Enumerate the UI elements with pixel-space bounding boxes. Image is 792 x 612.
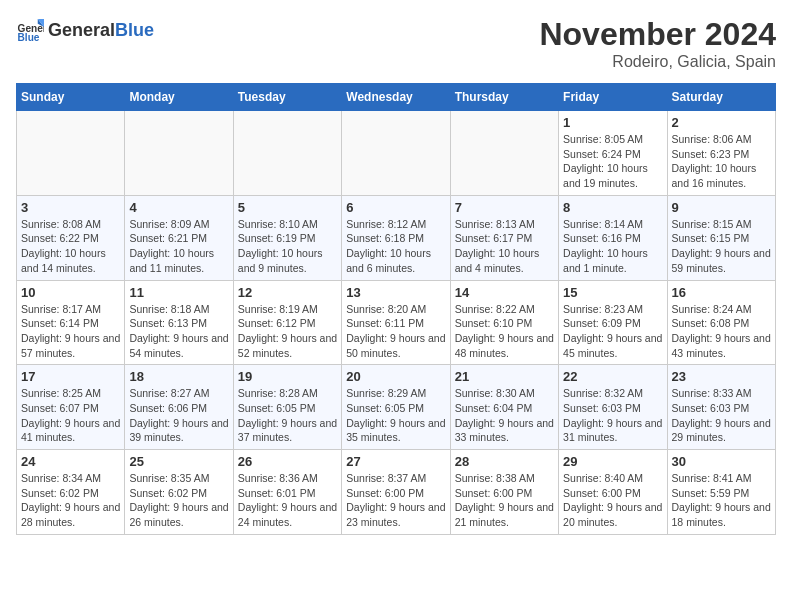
- day-number: 10: [21, 285, 120, 300]
- logo: General Blue GeneralBlue: [16, 16, 154, 44]
- day-info: Sunrise: 8:41 AMSunset: 5:59 PMDaylight:…: [672, 471, 771, 530]
- day-info: Sunrise: 8:25 AMSunset: 6:07 PMDaylight:…: [21, 386, 120, 445]
- calendar-cell: 2Sunrise: 8:06 AMSunset: 6:23 PMDaylight…: [667, 111, 775, 196]
- day-info: Sunrise: 8:24 AMSunset: 6:08 PMDaylight:…: [672, 302, 771, 361]
- day-info: Sunrise: 8:15 AMSunset: 6:15 PMDaylight:…: [672, 217, 771, 276]
- day-info: Sunrise: 8:17 AMSunset: 6:14 PMDaylight:…: [21, 302, 120, 361]
- day-number: 1: [563, 115, 662, 130]
- calendar-cell: [342, 111, 450, 196]
- day-info: Sunrise: 8:22 AMSunset: 6:10 PMDaylight:…: [455, 302, 554, 361]
- calendar-cell: 14Sunrise: 8:22 AMSunset: 6:10 PMDayligh…: [450, 280, 558, 365]
- day-number: 14: [455, 285, 554, 300]
- calendar-cell: 18Sunrise: 8:27 AMSunset: 6:06 PMDayligh…: [125, 365, 233, 450]
- calendar-cell: [17, 111, 125, 196]
- day-number: 25: [129, 454, 228, 469]
- calendar-cell: 7Sunrise: 8:13 AMSunset: 6:17 PMDaylight…: [450, 195, 558, 280]
- calendar-cell: 4Sunrise: 8:09 AMSunset: 6:21 PMDaylight…: [125, 195, 233, 280]
- calendar-cell: 6Sunrise: 8:12 AMSunset: 6:18 PMDaylight…: [342, 195, 450, 280]
- calendar-cell: 30Sunrise: 8:41 AMSunset: 5:59 PMDayligh…: [667, 450, 775, 535]
- weekday-header-saturday: Saturday: [667, 84, 775, 111]
- day-info: Sunrise: 8:05 AMSunset: 6:24 PMDaylight:…: [563, 132, 662, 191]
- day-info: Sunrise: 8:06 AMSunset: 6:23 PMDaylight:…: [672, 132, 771, 191]
- day-info: Sunrise: 8:36 AMSunset: 6:01 PMDaylight:…: [238, 471, 337, 530]
- calendar-cell: 3Sunrise: 8:08 AMSunset: 6:22 PMDaylight…: [17, 195, 125, 280]
- calendar-cell: 15Sunrise: 8:23 AMSunset: 6:09 PMDayligh…: [559, 280, 667, 365]
- day-number: 21: [455, 369, 554, 384]
- calendar-table: SundayMondayTuesdayWednesdayThursdayFrid…: [16, 83, 776, 535]
- calendar-cell: [233, 111, 341, 196]
- day-info: Sunrise: 8:28 AMSunset: 6:05 PMDaylight:…: [238, 386, 337, 445]
- day-info: Sunrise: 8:12 AMSunset: 6:18 PMDaylight:…: [346, 217, 445, 276]
- day-number: 4: [129, 200, 228, 215]
- calendar-cell: 8Sunrise: 8:14 AMSunset: 6:16 PMDaylight…: [559, 195, 667, 280]
- day-number: 3: [21, 200, 120, 215]
- day-info: Sunrise: 8:29 AMSunset: 6:05 PMDaylight:…: [346, 386, 445, 445]
- calendar-week-4: 17Sunrise: 8:25 AMSunset: 6:07 PMDayligh…: [17, 365, 776, 450]
- day-number: 26: [238, 454, 337, 469]
- weekday-header-friday: Friday: [559, 84, 667, 111]
- page-header: General Blue GeneralBlue November 2024 R…: [16, 16, 776, 71]
- weekday-header-tuesday: Tuesday: [233, 84, 341, 111]
- day-number: 24: [21, 454, 120, 469]
- day-info: Sunrise: 8:14 AMSunset: 6:16 PMDaylight:…: [563, 217, 662, 276]
- calendar-cell: 27Sunrise: 8:37 AMSunset: 6:00 PMDayligh…: [342, 450, 450, 535]
- calendar-cell: [450, 111, 558, 196]
- day-number: 29: [563, 454, 662, 469]
- logo-text-general: General: [48, 20, 115, 41]
- day-info: Sunrise: 8:08 AMSunset: 6:22 PMDaylight:…: [21, 217, 120, 276]
- day-number: 28: [455, 454, 554, 469]
- calendar-cell: [125, 111, 233, 196]
- calendar-cell: 10Sunrise: 8:17 AMSunset: 6:14 PMDayligh…: [17, 280, 125, 365]
- calendar-cell: 22Sunrise: 8:32 AMSunset: 6:03 PMDayligh…: [559, 365, 667, 450]
- day-info: Sunrise: 8:34 AMSunset: 6:02 PMDaylight:…: [21, 471, 120, 530]
- day-info: Sunrise: 8:27 AMSunset: 6:06 PMDaylight:…: [129, 386, 228, 445]
- calendar-cell: 21Sunrise: 8:30 AMSunset: 6:04 PMDayligh…: [450, 365, 558, 450]
- day-number: 20: [346, 369, 445, 384]
- weekday-header-thursday: Thursday: [450, 84, 558, 111]
- calendar-cell: 9Sunrise: 8:15 AMSunset: 6:15 PMDaylight…: [667, 195, 775, 280]
- calendar-cell: 1Sunrise: 8:05 AMSunset: 6:24 PMDaylight…: [559, 111, 667, 196]
- day-number: 17: [21, 369, 120, 384]
- month-title: November 2024: [539, 16, 776, 53]
- day-number: 15: [563, 285, 662, 300]
- day-info: Sunrise: 8:23 AMSunset: 6:09 PMDaylight:…: [563, 302, 662, 361]
- location-title: Rodeiro, Galicia, Spain: [539, 53, 776, 71]
- calendar-cell: 24Sunrise: 8:34 AMSunset: 6:02 PMDayligh…: [17, 450, 125, 535]
- calendar-cell: 20Sunrise: 8:29 AMSunset: 6:05 PMDayligh…: [342, 365, 450, 450]
- day-number: 13: [346, 285, 445, 300]
- day-info: Sunrise: 8:33 AMSunset: 6:03 PMDaylight:…: [672, 386, 771, 445]
- day-info: Sunrise: 8:30 AMSunset: 6:04 PMDaylight:…: [455, 386, 554, 445]
- calendar-week-3: 10Sunrise: 8:17 AMSunset: 6:14 PMDayligh…: [17, 280, 776, 365]
- day-number: 23: [672, 369, 771, 384]
- day-number: 11: [129, 285, 228, 300]
- calendar-cell: 28Sunrise: 8:38 AMSunset: 6:00 PMDayligh…: [450, 450, 558, 535]
- day-info: Sunrise: 8:38 AMSunset: 6:00 PMDaylight:…: [455, 471, 554, 530]
- calendar-header-row: SundayMondayTuesdayWednesdayThursdayFrid…: [17, 84, 776, 111]
- calendar-cell: 12Sunrise: 8:19 AMSunset: 6:12 PMDayligh…: [233, 280, 341, 365]
- day-number: 16: [672, 285, 771, 300]
- day-number: 27: [346, 454, 445, 469]
- day-number: 19: [238, 369, 337, 384]
- day-number: 6: [346, 200, 445, 215]
- day-info: Sunrise: 8:40 AMSunset: 6:00 PMDaylight:…: [563, 471, 662, 530]
- calendar-cell: 23Sunrise: 8:33 AMSunset: 6:03 PMDayligh…: [667, 365, 775, 450]
- calendar-week-2: 3Sunrise: 8:08 AMSunset: 6:22 PMDaylight…: [17, 195, 776, 280]
- calendar-cell: 13Sunrise: 8:20 AMSunset: 6:11 PMDayligh…: [342, 280, 450, 365]
- day-number: 7: [455, 200, 554, 215]
- day-number: 22: [563, 369, 662, 384]
- day-info: Sunrise: 8:35 AMSunset: 6:02 PMDaylight:…: [129, 471, 228, 530]
- calendar-cell: 5Sunrise: 8:10 AMSunset: 6:19 PMDaylight…: [233, 195, 341, 280]
- calendar-cell: 19Sunrise: 8:28 AMSunset: 6:05 PMDayligh…: [233, 365, 341, 450]
- weekday-header-sunday: Sunday: [17, 84, 125, 111]
- title-block: November 2024 Rodeiro, Galicia, Spain: [539, 16, 776, 71]
- day-number: 30: [672, 454, 771, 469]
- day-info: Sunrise: 8:19 AMSunset: 6:12 PMDaylight:…: [238, 302, 337, 361]
- calendar-cell: 16Sunrise: 8:24 AMSunset: 6:08 PMDayligh…: [667, 280, 775, 365]
- calendar-cell: 29Sunrise: 8:40 AMSunset: 6:00 PMDayligh…: [559, 450, 667, 535]
- calendar-week-5: 24Sunrise: 8:34 AMSunset: 6:02 PMDayligh…: [17, 450, 776, 535]
- day-number: 5: [238, 200, 337, 215]
- calendar-cell: 11Sunrise: 8:18 AMSunset: 6:13 PMDayligh…: [125, 280, 233, 365]
- day-info: Sunrise: 8:32 AMSunset: 6:03 PMDaylight:…: [563, 386, 662, 445]
- day-number: 8: [563, 200, 662, 215]
- weekday-header-monday: Monday: [125, 84, 233, 111]
